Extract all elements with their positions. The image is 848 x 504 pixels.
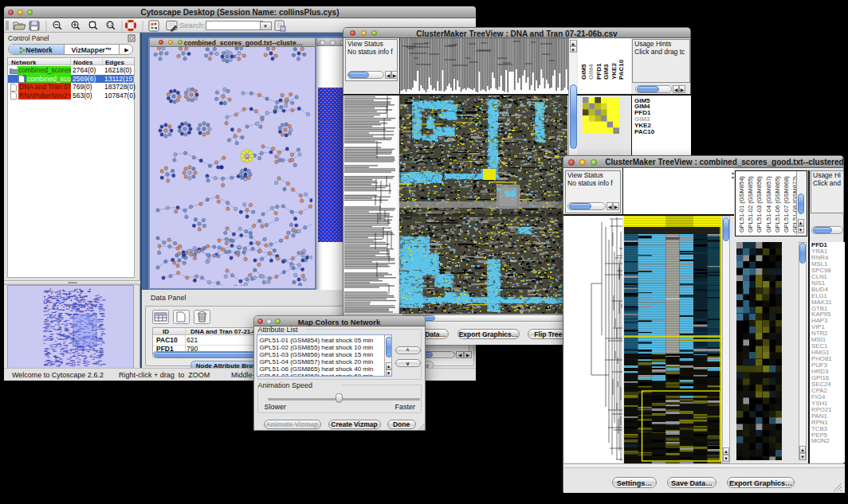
svg-text:1:1: 1:1 [108, 23, 113, 27]
svg-text:Search:: Search: [179, 21, 206, 29]
